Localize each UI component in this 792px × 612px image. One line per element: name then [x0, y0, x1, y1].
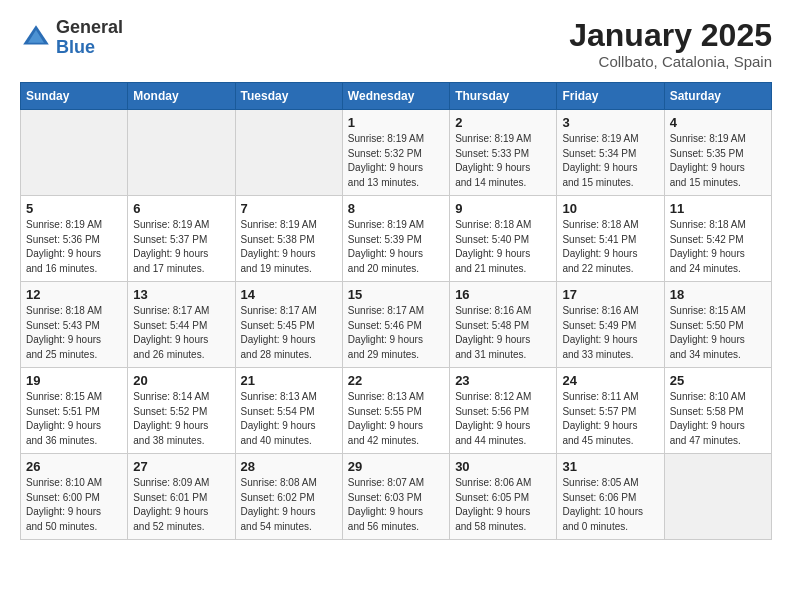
day-info: Sunrise: 8:17 AM Sunset: 5:44 PM Dayligh… — [133, 304, 229, 362]
day-number: 14 — [241, 287, 337, 302]
day-info: Sunrise: 8:10 AM Sunset: 5:58 PM Dayligh… — [670, 390, 766, 448]
col-friday: Friday — [557, 83, 664, 110]
col-monday: Monday — [128, 83, 235, 110]
calendar-cell-w4-d1: 19Sunrise: 8:15 AM Sunset: 5:51 PM Dayli… — [21, 368, 128, 454]
day-info: Sunrise: 8:16 AM Sunset: 5:49 PM Dayligh… — [562, 304, 658, 362]
day-number: 19 — [26, 373, 122, 388]
day-number: 1 — [348, 115, 444, 130]
calendar-cell-w3-d5: 16Sunrise: 8:16 AM Sunset: 5:48 PM Dayli… — [450, 282, 557, 368]
day-number: 22 — [348, 373, 444, 388]
logo-blue-text: Blue — [56, 38, 123, 58]
calendar-cell-w5-d5: 30Sunrise: 8:06 AM Sunset: 6:05 PM Dayli… — [450, 454, 557, 540]
calendar-cell-w4-d2: 20Sunrise: 8:14 AM Sunset: 5:52 PM Dayli… — [128, 368, 235, 454]
day-info: Sunrise: 8:19 AM Sunset: 5:39 PM Dayligh… — [348, 218, 444, 276]
day-number: 12 — [26, 287, 122, 302]
calendar-cell-w1-d5: 2Sunrise: 8:19 AM Sunset: 5:33 PM Daylig… — [450, 110, 557, 196]
calendar-cell-w2-d2: 6Sunrise: 8:19 AM Sunset: 5:37 PM Daylig… — [128, 196, 235, 282]
day-info: Sunrise: 8:19 AM Sunset: 5:35 PM Dayligh… — [670, 132, 766, 190]
day-info: Sunrise: 8:19 AM Sunset: 5:36 PM Dayligh… — [26, 218, 122, 276]
day-number: 25 — [670, 373, 766, 388]
day-info: Sunrise: 8:19 AM Sunset: 5:32 PM Dayligh… — [348, 132, 444, 190]
day-number: 6 — [133, 201, 229, 216]
title-block: January 2025 Collbato, Catalonia, Spain — [569, 18, 772, 70]
day-info: Sunrise: 8:13 AM Sunset: 5:55 PM Dayligh… — [348, 390, 444, 448]
day-info: Sunrise: 8:15 AM Sunset: 5:50 PM Dayligh… — [670, 304, 766, 362]
calendar-cell-w1-d2 — [128, 110, 235, 196]
calendar-cell-w2-d4: 8Sunrise: 8:19 AM Sunset: 5:39 PM Daylig… — [342, 196, 449, 282]
day-number: 8 — [348, 201, 444, 216]
calendar-cell-w4-d7: 25Sunrise: 8:10 AM Sunset: 5:58 PM Dayli… — [664, 368, 771, 454]
week-row-3: 12Sunrise: 8:18 AM Sunset: 5:43 PM Dayli… — [21, 282, 772, 368]
day-info: Sunrise: 8:05 AM Sunset: 6:06 PM Dayligh… — [562, 476, 658, 534]
day-number: 13 — [133, 287, 229, 302]
calendar-cell-w3-d7: 18Sunrise: 8:15 AM Sunset: 5:50 PM Dayli… — [664, 282, 771, 368]
calendar-cell-w3-d1: 12Sunrise: 8:18 AM Sunset: 5:43 PM Dayli… — [21, 282, 128, 368]
day-number: 31 — [562, 459, 658, 474]
day-info: Sunrise: 8:18 AM Sunset: 5:43 PM Dayligh… — [26, 304, 122, 362]
day-number: 27 — [133, 459, 229, 474]
day-number: 24 — [562, 373, 658, 388]
col-thursday: Thursday — [450, 83, 557, 110]
calendar-cell-w5-d6: 31Sunrise: 8:05 AM Sunset: 6:06 PM Dayli… — [557, 454, 664, 540]
calendar-cell-w4-d5: 23Sunrise: 8:12 AM Sunset: 5:56 PM Dayli… — [450, 368, 557, 454]
calendar-header-row: Sunday Monday Tuesday Wednesday Thursday… — [21, 83, 772, 110]
day-info: Sunrise: 8:19 AM Sunset: 5:34 PM Dayligh… — [562, 132, 658, 190]
week-row-1: 1Sunrise: 8:19 AM Sunset: 5:32 PM Daylig… — [21, 110, 772, 196]
day-info: Sunrise: 8:08 AM Sunset: 6:02 PM Dayligh… — [241, 476, 337, 534]
logo-general-text: General — [56, 18, 123, 38]
day-info: Sunrise: 8:17 AM Sunset: 5:46 PM Dayligh… — [348, 304, 444, 362]
calendar-cell-w5-d4: 29Sunrise: 8:07 AM Sunset: 6:03 PM Dayli… — [342, 454, 449, 540]
day-info: Sunrise: 8:11 AM Sunset: 5:57 PM Dayligh… — [562, 390, 658, 448]
day-info: Sunrise: 8:18 AM Sunset: 5:41 PM Dayligh… — [562, 218, 658, 276]
day-info: Sunrise: 8:18 AM Sunset: 5:40 PM Dayligh… — [455, 218, 551, 276]
day-number: 2 — [455, 115, 551, 130]
day-number: 9 — [455, 201, 551, 216]
day-number: 20 — [133, 373, 229, 388]
calendar-table: Sunday Monday Tuesday Wednesday Thursday… — [20, 82, 772, 540]
logo-text: General Blue — [56, 18, 123, 58]
calendar-cell-w1-d4: 1Sunrise: 8:19 AM Sunset: 5:32 PM Daylig… — [342, 110, 449, 196]
header: General Blue January 2025 Collbato, Cata… — [20, 18, 772, 70]
day-number: 23 — [455, 373, 551, 388]
calendar-cell-w2-d3: 7Sunrise: 8:19 AM Sunset: 5:38 PM Daylig… — [235, 196, 342, 282]
calendar-cell-w4-d6: 24Sunrise: 8:11 AM Sunset: 5:57 PM Dayli… — [557, 368, 664, 454]
day-info: Sunrise: 8:07 AM Sunset: 6:03 PM Dayligh… — [348, 476, 444, 534]
day-number: 4 — [670, 115, 766, 130]
calendar-cell-w2-d1: 5Sunrise: 8:19 AM Sunset: 5:36 PM Daylig… — [21, 196, 128, 282]
day-info: Sunrise: 8:14 AM Sunset: 5:52 PM Dayligh… — [133, 390, 229, 448]
week-row-4: 19Sunrise: 8:15 AM Sunset: 5:51 PM Dayli… — [21, 368, 772, 454]
day-number: 29 — [348, 459, 444, 474]
day-number: 5 — [26, 201, 122, 216]
calendar-cell-w1-d7: 4Sunrise: 8:19 AM Sunset: 5:35 PM Daylig… — [664, 110, 771, 196]
day-info: Sunrise: 8:16 AM Sunset: 5:48 PM Dayligh… — [455, 304, 551, 362]
col-saturday: Saturday — [664, 83, 771, 110]
calendar-cell-w3-d3: 14Sunrise: 8:17 AM Sunset: 5:45 PM Dayli… — [235, 282, 342, 368]
day-info: Sunrise: 8:19 AM Sunset: 5:37 PM Dayligh… — [133, 218, 229, 276]
calendar-subtitle: Collbato, Catalonia, Spain — [569, 53, 772, 70]
day-info: Sunrise: 8:19 AM Sunset: 5:33 PM Dayligh… — [455, 132, 551, 190]
day-number: 10 — [562, 201, 658, 216]
day-number: 26 — [26, 459, 122, 474]
logo: General Blue — [20, 18, 123, 58]
day-info: Sunrise: 8:18 AM Sunset: 5:42 PM Dayligh… — [670, 218, 766, 276]
calendar-cell-w5-d3: 28Sunrise: 8:08 AM Sunset: 6:02 PM Dayli… — [235, 454, 342, 540]
calendar-cell-w2-d7: 11Sunrise: 8:18 AM Sunset: 5:42 PM Dayli… — [664, 196, 771, 282]
day-number: 15 — [348, 287, 444, 302]
page: General Blue January 2025 Collbato, Cata… — [0, 0, 792, 558]
day-info: Sunrise: 8:12 AM Sunset: 5:56 PM Dayligh… — [455, 390, 551, 448]
col-sunday: Sunday — [21, 83, 128, 110]
day-info: Sunrise: 8:13 AM Sunset: 5:54 PM Dayligh… — [241, 390, 337, 448]
calendar-cell-w1-d3 — [235, 110, 342, 196]
calendar-title: January 2025 — [569, 18, 772, 53]
day-info: Sunrise: 8:19 AM Sunset: 5:38 PM Dayligh… — [241, 218, 337, 276]
day-info: Sunrise: 8:06 AM Sunset: 6:05 PM Dayligh… — [455, 476, 551, 534]
day-number: 11 — [670, 201, 766, 216]
calendar-cell-w1-d6: 3Sunrise: 8:19 AM Sunset: 5:34 PM Daylig… — [557, 110, 664, 196]
calendar-cell-w4-d4: 22Sunrise: 8:13 AM Sunset: 5:55 PM Dayli… — [342, 368, 449, 454]
calendar-cell-w5-d2: 27Sunrise: 8:09 AM Sunset: 6:01 PM Dayli… — [128, 454, 235, 540]
day-info: Sunrise: 8:17 AM Sunset: 5:45 PM Dayligh… — [241, 304, 337, 362]
day-info: Sunrise: 8:15 AM Sunset: 5:51 PM Dayligh… — [26, 390, 122, 448]
col-tuesday: Tuesday — [235, 83, 342, 110]
logo-icon — [20, 22, 52, 54]
day-number: 18 — [670, 287, 766, 302]
